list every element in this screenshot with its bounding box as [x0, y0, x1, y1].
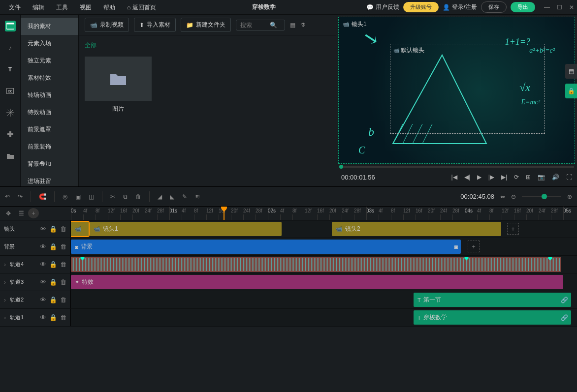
lock-icon[interactable]: 🔒	[49, 261, 57, 268]
record-button[interactable]: 📹录制视频	[85, 18, 129, 32]
zoom-slider[interactable]	[522, 196, 561, 197]
cat-item-6[interactable]: 前景遮罩	[21, 121, 78, 138]
new-folder-button[interactable]: 📁新建文件夹	[181, 18, 231, 32]
lock-icon[interactable]: 🔒	[49, 225, 57, 233]
clip-text-1[interactable]: T第一节🔗	[414, 293, 571, 307]
play-icon[interactable]: ▶	[477, 174, 481, 181]
cat-item-4[interactable]: 转场动画	[21, 87, 78, 104]
trash-icon[interactable]: 🗑	[60, 243, 66, 250]
crop-icon[interactable]: ✂	[110, 193, 115, 200]
clip-text-2[interactable]: T穿梭数学🔗	[414, 310, 571, 325]
undo-icon[interactable]: ↶	[5, 193, 10, 200]
lock-icon[interactable]: 🔒	[49, 278, 57, 286]
target-icon[interactable]: ◎	[63, 193, 67, 200]
clip-audio[interactable]	[71, 257, 561, 272]
volume-icon[interactable]: 🔊	[552, 174, 559, 181]
upgrade-button[interactable]: 升级账号	[403, 2, 439, 12]
clip-shot-thumb[interactable]: 📹	[71, 222, 89, 236]
rail-audio-icon[interactable]: ♪	[5, 42, 16, 53]
trash-icon[interactable]: 🗑	[60, 261, 66, 268]
menu-view[interactable]: 视图	[74, 0, 97, 15]
filter-icon[interactable]: ⚗	[300, 22, 306, 29]
chevron-icon[interactable]: ›	[4, 261, 6, 268]
import-button[interactable]: ⬆导入素材	[134, 18, 176, 32]
login-button[interactable]: 👤 登录/注册	[443, 3, 477, 11]
lock-icon[interactable]: 🔒	[49, 314, 57, 321]
grid-view-icon[interactable]: ▦	[290, 22, 295, 29]
rail-caption-icon[interactable]: cc	[5, 86, 16, 96]
minimize-button[interactable]: —	[544, 4, 550, 11]
list-icon[interactable]: ☰	[19, 210, 24, 217]
export-button[interactable]: 导出	[511, 2, 535, 12]
visibility-icon[interactable]: 👁	[40, 278, 46, 286]
visibility-icon[interactable]: 👁	[40, 261, 46, 268]
rail-media-icon[interactable]	[5, 21, 16, 31]
frame-icon[interactable]: ▣	[75, 193, 81, 200]
snapshot-icon[interactable]: 📷	[538, 174, 545, 181]
search-icon[interactable]: 🔍	[270, 22, 277, 29]
cat-item-9[interactable]: 进场驻留	[21, 173, 78, 186]
magnet-icon[interactable]: 🧲	[39, 193, 46, 200]
trash-icon[interactable]: 🗑	[60, 296, 66, 303]
menu-edit[interactable]: 编辑	[27, 0, 50, 15]
rail-folder-icon[interactable]	[5, 151, 16, 161]
timeline-ruler[interactable]: ✥ ☰ ＋ 0s4f8f12f16f20f24f28f01s4f8f12f16f…	[0, 207, 577, 220]
save-button[interactable]: 保存	[481, 1, 507, 13]
menu-tools[interactable]: 工具	[50, 0, 74, 15]
lib-category-all[interactable]: 全部	[85, 41, 330, 50]
cat-item-8[interactable]: 背景叠加	[21, 155, 78, 173]
rail-plugin-icon[interactable]	[5, 129, 16, 140]
chevron-icon[interactable]: ›	[4, 297, 6, 303]
grid-icon[interactable]: ⊞	[526, 174, 531, 181]
cat-item-0[interactable]: 我的素材	[21, 18, 78, 35]
zoom-in-icon[interactable]: ⊕	[567, 193, 572, 200]
trash-icon[interactable]: 🗑	[60, 314, 66, 321]
clip-bg[interactable]: ◙背景◙	[71, 240, 461, 254]
playhead[interactable]	[224, 207, 224, 220]
visibility-icon[interactable]: 👁	[40, 225, 46, 233]
chevron-icon[interactable]: ›	[4, 314, 6, 321]
copy-icon[interactable]: ⧉	[123, 193, 128, 200]
cursor-tool-icon[interactable]: ✥	[6, 210, 11, 217]
mark-out-icon[interactable]: ◣	[170, 193, 174, 200]
next-frame-icon[interactable]: ▶|	[501, 174, 507, 181]
mark-in-icon[interactable]: ◢	[158, 193, 162, 200]
add-track-icon[interactable]: ＋	[28, 208, 39, 218]
visibility-icon[interactable]: 👁	[40, 314, 46, 321]
search-field[interactable]: 🔍	[236, 20, 285, 30]
add-bg-button[interactable]: ＋	[468, 241, 480, 252]
edit-icon[interactable]: ✎	[182, 193, 187, 200]
clip-fx[interactable]: ✦特效	[71, 275, 563, 289]
lock-icon[interactable]: 🔒	[49, 296, 57, 303]
side-tab-1[interactable]: ▤	[565, 64, 577, 79]
lock-icon[interactable]: 🔒	[49, 243, 57, 250]
chevron-icon[interactable]: ›	[4, 279, 6, 286]
fullscreen-icon[interactable]: ⛶	[566, 174, 572, 181]
layers-icon[interactable]: ≋	[195, 193, 200, 200]
cat-item-7[interactable]: 前景装饰	[21, 138, 78, 155]
visibility-icon[interactable]: 👁	[40, 243, 46, 250]
step-fwd-icon[interactable]: |▶	[488, 174, 494, 181]
menu-file[interactable]: 文件	[3, 0, 27, 15]
asset-thumb[interactable]: 图片	[85, 57, 152, 113]
redo-icon[interactable]: ↷	[18, 193, 23, 200]
search-input[interactable]	[240, 22, 270, 29]
visibility-icon[interactable]: 👁	[40, 296, 46, 303]
cat-item-1[interactable]: 元素入场	[21, 35, 78, 52]
loop-icon[interactable]: ⟳	[514, 174, 519, 181]
clip-shot-1[interactable]: 📹镜头1	[90, 222, 282, 236]
home-button[interactable]: ⌂ 返回首页	[121, 0, 162, 15]
step-back-icon[interactable]: ◀|	[464, 174, 470, 181]
zoom-out-icon[interactable]: ⊖	[511, 193, 516, 200]
side-tab-2[interactable]: 🔒	[565, 84, 577, 98]
maximize-button[interactable]: ☐	[557, 4, 562, 11]
split-view-icon[interactable]: ◫	[89, 193, 94, 200]
feedback-button[interactable]: 💬 用户反馈	[366, 3, 399, 11]
rail-text-icon[interactable]: T	[5, 64, 16, 75]
menu-help[interactable]: 帮助	[97, 0, 121, 15]
trash-icon[interactable]: 🗑	[60, 225, 66, 233]
rail-mask-icon[interactable]	[5, 107, 16, 118]
trash-icon[interactable]: 🗑	[60, 278, 66, 286]
delete-icon[interactable]: 🗑	[135, 193, 141, 200]
cat-item-5[interactable]: 特效动画	[21, 104, 78, 121]
